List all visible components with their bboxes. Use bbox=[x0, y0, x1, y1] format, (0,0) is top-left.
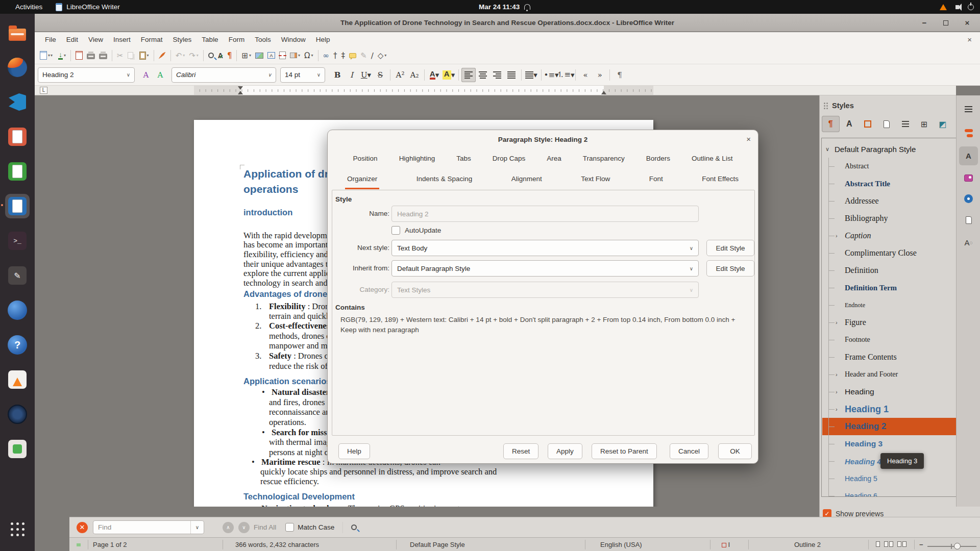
print-preview-icon[interactable] bbox=[97, 48, 109, 63]
autoupdate-checkbox[interactable] bbox=[391, 226, 400, 235]
dock-item-firefox[interactable] bbox=[5, 55, 30, 80]
find-close-icon[interactable]: ✕ bbox=[77, 522, 88, 533]
find-input[interactable]: Find ∨ bbox=[93, 520, 204, 534]
find-next-button[interactable]: ∨ bbox=[238, 522, 250, 533]
update-style-button[interactable]: A bbox=[139, 68, 153, 82]
insert-table-icon[interactable]: ⊞▾ bbox=[239, 48, 253, 63]
insert-hyperlink-icon[interactable]: ∞ bbox=[321, 48, 332, 63]
reset-to-parent-button[interactable]: Reset to Parent bbox=[592, 443, 657, 459]
page-style[interactable]: Default Page Style bbox=[410, 541, 465, 548]
clone-formatting-icon[interactable] bbox=[157, 48, 168, 63]
insert-endnote-icon[interactable]: ‡ bbox=[339, 48, 348, 63]
menu-file[interactable]: File bbox=[40, 34, 61, 45]
dialog-tab-highlighting[interactable]: Highlighting bbox=[397, 152, 437, 167]
dock-item-help[interactable]: ? bbox=[5, 333, 30, 357]
table-styles-icon[interactable]: ⊞ bbox=[915, 116, 933, 132]
expander-icon[interactable]: › bbox=[836, 319, 838, 325]
dialog-close-icon[interactable]: × bbox=[746, 135, 751, 143]
page-count[interactable]: Page 1 of 2 bbox=[93, 541, 127, 548]
show-applications-button[interactable] bbox=[5, 517, 30, 541]
expander-icon[interactable]: › bbox=[836, 371, 838, 378]
dialog-tab-drop-caps[interactable]: Drop Caps bbox=[491, 152, 528, 167]
insert-special-char-icon[interactable]: Ω▾ bbox=[302, 48, 315, 63]
volume-icon[interactable] bbox=[955, 5, 959, 9]
navigator-tab-icon[interactable] bbox=[959, 189, 978, 208]
dock-item-camera-app[interactable] bbox=[5, 402, 30, 427]
dialog-tab-indents-spacing[interactable]: Indents & Spacing bbox=[414, 172, 475, 189]
menu-edit[interactable]: Edit bbox=[61, 34, 83, 45]
align-right-button[interactable] bbox=[490, 68, 504, 82]
new-style-button[interactable]: A bbox=[153, 68, 167, 82]
menu-view[interactable]: View bbox=[83, 34, 108, 45]
highlight-color-button[interactable]: A▾ bbox=[442, 68, 456, 82]
insert-line-icon[interactable]: ∕ bbox=[369, 48, 376, 63]
insert-footnote-icon[interactable]: † bbox=[331, 48, 339, 63]
style-inspector-tab-icon[interactable]: A◌ bbox=[959, 233, 978, 252]
page-tab-icon[interactable] bbox=[959, 211, 978, 230]
save-icon[interactable]: ↓▾ bbox=[56, 48, 68, 63]
menu-table[interactable]: Table bbox=[197, 34, 223, 45]
dock-item-vlc[interactable] bbox=[5, 367, 30, 392]
dialog-tab-text-flow[interactable]: Text Flow bbox=[579, 172, 612, 189]
selection-mode-icon[interactable]: I bbox=[722, 541, 730, 548]
spelling-icon[interactable]: A✓ bbox=[216, 48, 225, 63]
text-language[interactable]: English (USA) bbox=[600, 541, 642, 548]
dock-item-calc[interactable] bbox=[5, 159, 30, 184]
formatting-marks-icon[interactable]: ¶ bbox=[225, 48, 234, 63]
menu-format[interactable]: Format bbox=[136, 34, 168, 45]
expander-icon[interactable]: ∨ bbox=[825, 146, 829, 153]
ok-button[interactable]: OK bbox=[718, 443, 752, 459]
dialog-tab-area[interactable]: Area bbox=[545, 152, 564, 167]
superscript-button[interactable]: A² bbox=[393, 68, 407, 82]
dialog-tab-font-effects[interactable]: Font Effects bbox=[700, 172, 741, 189]
dialog-tab-alignment[interactable]: Alignment bbox=[509, 172, 544, 189]
decrease-indent-button[interactable]: « bbox=[578, 68, 593, 82]
export-pdf-icon[interactable] bbox=[74, 48, 85, 63]
insert-image-icon[interactable] bbox=[253, 48, 265, 63]
find-replace-icon[interactable] bbox=[206, 48, 216, 63]
view-layout-buttons[interactable] bbox=[876, 541, 906, 547]
dialog-tab-borders[interactable]: Borders bbox=[644, 152, 672, 167]
insert-page-break-icon[interactable] bbox=[277, 48, 288, 63]
properties-tab-icon[interactable] bbox=[959, 123, 978, 142]
increase-indent-button[interactable]: » bbox=[593, 68, 607, 82]
insert-field-icon[interactable]: ▾ bbox=[288, 48, 302, 63]
align-left-button[interactable] bbox=[461, 68, 476, 82]
help-button[interactable]: Help bbox=[338, 443, 370, 459]
page-styles-icon[interactable] bbox=[878, 116, 896, 132]
open-file-icon[interactable]: ▾ bbox=[52, 48, 56, 63]
find-and-replace-icon[interactable] bbox=[351, 523, 357, 532]
menu-help[interactable]: Help bbox=[311, 34, 335, 45]
minimize-button[interactable]: − bbox=[919, 17, 930, 29]
app-menu[interactable]: LibreOffice Writer bbox=[56, 3, 120, 11]
expander-icon[interactable]: › bbox=[836, 233, 838, 239]
close-document-icon[interactable]: × bbox=[967, 35, 972, 44]
vlc-tray-icon[interactable] bbox=[940, 4, 947, 10]
dock-item-files[interactable] bbox=[5, 20, 30, 45]
character-styles-icon[interactable]: A bbox=[841, 116, 859, 132]
underline-button[interactable]: U▾ bbox=[359, 68, 373, 82]
apply-button[interactable]: Apply bbox=[548, 443, 582, 459]
edit-style-button-next[interactable]: Edit Style bbox=[706, 240, 754, 256]
tab-stop-selector[interactable]: L bbox=[40, 87, 47, 94]
sidebar-settings-icon[interactable] bbox=[959, 99, 978, 118]
font-size-combo[interactable]: 14 pt∨ bbox=[280, 67, 325, 83]
print-icon[interactable] bbox=[85, 48, 97, 63]
numbered-list-button[interactable]: ⒈≡▾ bbox=[558, 68, 573, 82]
first-line-indent-marker[interactable] bbox=[238, 86, 243, 90]
dialog-tab-organizer[interactable]: Organizer bbox=[345, 172, 379, 189]
close-button[interactable]: × bbox=[962, 17, 973, 29]
clock[interactable]: Mar 24 11:43 bbox=[479, 0, 530, 14]
cancel-button[interactable]: Cancel bbox=[670, 443, 708, 459]
fill-format-mode-icon[interactable]: ◩ bbox=[934, 116, 951, 132]
paragraph-style-combo[interactable]: Heading 2∨ bbox=[38, 67, 135, 83]
basic-shapes-icon[interactable]: ◇▾ bbox=[376, 48, 389, 63]
maximize-button[interactable] bbox=[940, 17, 951, 29]
match-case-checkbox[interactable] bbox=[285, 523, 294, 532]
right-indent-marker[interactable] bbox=[601, 91, 606, 94]
frame-styles-icon[interactable] bbox=[859, 116, 877, 132]
dialog-tab-position[interactable]: Position bbox=[351, 152, 380, 167]
insert-textbox-icon[interactable]: A bbox=[265, 48, 277, 63]
zoom-slider[interactable]: − + bbox=[919, 544, 980, 548]
dialog-tab-font[interactable]: Font bbox=[647, 172, 665, 189]
